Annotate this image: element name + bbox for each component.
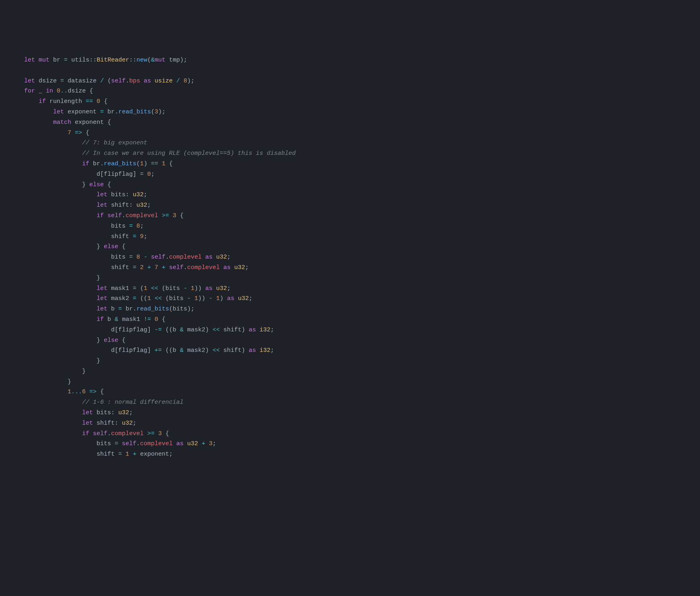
- code-line: // In case we are using RLE (complevel==…: [24, 150, 296, 157]
- code-line: let dsize = datasize / (self.bps as usiz…: [24, 78, 194, 84]
- code-line: if b & mask1 != 0 {: [24, 316, 165, 323]
- code-line: d[flipflag] = 0;: [24, 171, 154, 178]
- code-line: let shift: u32;: [24, 202, 151, 209]
- code-line: if br.read_bits(1) == 1 {: [24, 160, 173, 167]
- code-line: bits = self.complevel as u32 + 3;: [24, 440, 216, 447]
- code-line: // 1-6 : normal differencial: [24, 399, 183, 406]
- code-line: }: [24, 275, 100, 282]
- code-line: let exponent = br.read_bits(3);: [24, 109, 165, 115]
- code-line: 7 => {: [24, 129, 89, 136]
- code-line: 1...6 => {: [24, 388, 104, 395]
- code-line: if runlength == 0 {: [24, 98, 107, 105]
- code-line: }: [24, 358, 100, 364]
- code-line: // 7: big exponent: [24, 140, 147, 146]
- code-line: let bits: u32;: [24, 191, 147, 198]
- code-line: bits = 8;: [24, 223, 144, 230]
- code-line: shift = 9;: [24, 233, 147, 240]
- code-line: } else {: [24, 181, 111, 188]
- code-line: let mask2 = ((1 << (bits - 1)) - 1) as u…: [24, 295, 252, 302]
- code-line: shift = 1 + exponent;: [24, 451, 173, 458]
- code-line: let mut br = utils::BitReader::new(&mut …: [24, 57, 187, 64]
- code-line: let shift: u32;: [24, 420, 136, 427]
- code-line: if self.complevel >= 3 {: [24, 430, 169, 437]
- code-line: d[flipflag] += ((b & mask2) << shift) as…: [24, 347, 274, 354]
- code-line: let bits: u32;: [24, 409, 133, 416]
- code-line: for _ in 0..dsize {: [24, 88, 93, 95]
- code-line: } else {: [24, 337, 126, 344]
- code-line: if self.complevel >= 3 {: [24, 212, 183, 219]
- code-line: }: [24, 378, 71, 385]
- code-line: bits = 8 - self.complevel as u32;: [24, 254, 231, 261]
- code-line: let b = br.read_bits(bits);: [24, 306, 194, 312]
- code-line: }: [24, 368, 86, 375]
- code-line: shift = 2 + 7 + self.complevel as u32;: [24, 264, 249, 271]
- code-line: match exponent {: [24, 119, 111, 126]
- code-line: let mask1 = (1 << (bits - 1)) as u32;: [24, 285, 231, 292]
- code-line: } else {: [24, 243, 126, 250]
- code-line: d[flipflag] -= ((b & mask2) << shift) as…: [24, 327, 274, 333]
- code-editor[interactable]: let mut br = utils::BitReader::new(&mut …: [0, 45, 700, 460]
